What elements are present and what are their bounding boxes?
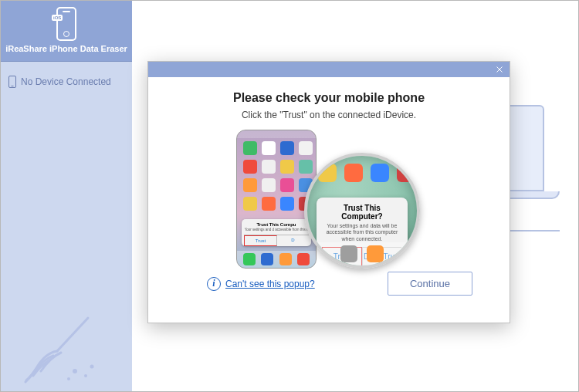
info-icon: i (207, 277, 221, 291)
svg-point-7 (84, 374, 87, 377)
trust-illustration: Trust This Compu Your settings and d acc… (221, 130, 437, 269)
brand: iOS iReaShare iPhone Data Eraser (1, 1, 132, 62)
svg-point-8 (90, 365, 94, 369)
help-link[interactable]: Can't see this popup? (225, 279, 315, 289)
brand-icon: iOS (53, 7, 80, 41)
phone-icon (8, 76, 16, 88)
trust-dialog-body: Your settings and data will be accessibl… (324, 223, 400, 242)
modal-subtitle: Click the "Trust" on the connected iDevi… (242, 110, 416, 120)
mini-trust-dialog: Trust This Compu Your settings and d acc… (242, 219, 311, 246)
help-section: i Can't see this popup? (207, 277, 315, 291)
sidebar: iOS iReaShare iPhone Data Eraser No Devi… (1, 1, 132, 391)
continue-button[interactable]: Continue (388, 272, 472, 296)
svg-point-6 (73, 369, 77, 373)
trust-dialog-title: Trust This Computer? (323, 204, 401, 221)
modal-close-button[interactable] (489, 62, 510, 77)
app-window: iOS iReaShare iPhone Data Eraser No Devi… (0, 0, 579, 392)
trust-modal: Please check your mobile phone Click the… (147, 61, 510, 323)
sidebar-illustration (1, 299, 132, 391)
modal-title: Please check your mobile phone (233, 91, 425, 105)
magnifier: Trust This Computer? Your settings and d… (304, 153, 420, 269)
brand-name: iReaShare iPhone Data Eraser (5, 44, 127, 53)
device-status: No Device Connected (1, 69, 132, 94)
device-status-text: No Device Connected (21, 76, 111, 87)
modal-header (148, 62, 510, 77)
svg-point-9 (67, 377, 70, 380)
